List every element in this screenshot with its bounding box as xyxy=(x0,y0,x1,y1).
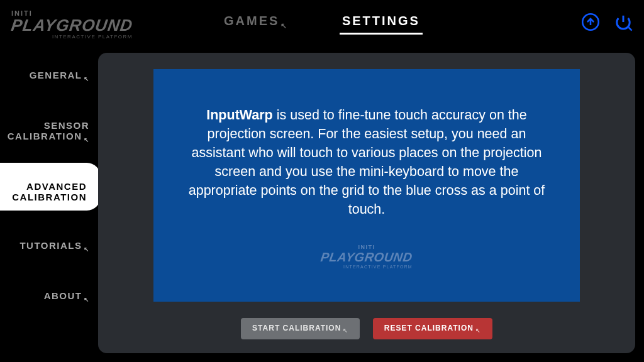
sidebar-item-advanced-calibration[interactable]: ADVANCED CALIBRATION xyxy=(0,163,101,211)
tab-settings-label: SETTINGS xyxy=(342,14,420,28)
sidebar-item-about[interactable]: ABOUT↖ xyxy=(0,272,101,310)
cursor-icon: ↖ xyxy=(84,246,90,253)
action-buttons: START CALIBRATION↖ RESET CALIBRATION↖ xyxy=(98,318,635,339)
info-text-strong: InputWarp xyxy=(206,107,272,123)
cursor-icon: ↖ xyxy=(84,296,90,303)
top-nav: GAMES↖ SETTINGS xyxy=(0,14,644,30)
reset-calibration-button[interactable]: RESET CALIBRATION↖ xyxy=(373,318,492,339)
settings-sidebar: GENERAL↖ SENSOR CALIBRATION↖ ADVANCED CA… xyxy=(0,52,101,322)
start-calibration-button[interactable]: START CALIBRATION↖ xyxy=(241,318,360,339)
power-icon[interactable] xyxy=(613,11,634,33)
cursor-icon: ↖ xyxy=(343,327,348,334)
sidebar-item-general[interactable]: GENERAL↖ xyxy=(0,52,101,90)
content-panel: InputWarp is used to fine-tune touch acc… xyxy=(98,53,635,353)
info-brand: INITI PLAYGROUND INTERACTIVE PLATFORM xyxy=(321,241,413,269)
cursor-icon: ↖ xyxy=(84,75,90,82)
sidebar-label-general: GENERAL xyxy=(30,70,82,80)
cursor-icon: ↖ xyxy=(280,21,289,30)
info-text-rest: is used to fine-tune touch accuracy on t… xyxy=(189,107,545,217)
info-brand-main: PLAYGROUND xyxy=(320,251,414,263)
cursor-icon: ↖ xyxy=(84,136,90,143)
tab-games[interactable]: GAMES↖ xyxy=(224,14,289,30)
info-brand-sub: INTERACTIVE PLATFORM xyxy=(321,265,413,269)
sidebar-label-advanced: ADVANCED CALIBRATION xyxy=(12,181,87,202)
sidebar-label-about: ABOUT xyxy=(44,290,82,301)
start-calibration-label: START CALIBRATION xyxy=(252,324,341,332)
upload-circle-icon[interactable] xyxy=(580,11,601,33)
info-brand-top: INITI xyxy=(358,244,375,250)
sidebar-label-sensor: SENSOR CALIBRATION xyxy=(8,120,89,141)
sidebar-label-tutorials: TUTORIALS xyxy=(19,240,82,251)
cursor-icon: ↖ xyxy=(475,327,481,334)
info-text: InputWarp is used to fine-tune touch acc… xyxy=(181,106,552,219)
brand-sub: INTERACTIVE PLATFORM xyxy=(11,35,133,40)
info-box: InputWarp is used to fine-tune touch acc… xyxy=(153,69,580,302)
sidebar-item-tutorials[interactable]: TUTORIALS↖ xyxy=(0,222,101,261)
tab-settings[interactable]: SETTINGS xyxy=(342,14,420,28)
tab-games-label: GAMES xyxy=(224,14,279,28)
sidebar-item-sensor-calibration[interactable]: SENSOR CALIBRATION↖ xyxy=(0,102,101,151)
reset-calibration-label: RESET CALIBRATION xyxy=(384,324,474,332)
